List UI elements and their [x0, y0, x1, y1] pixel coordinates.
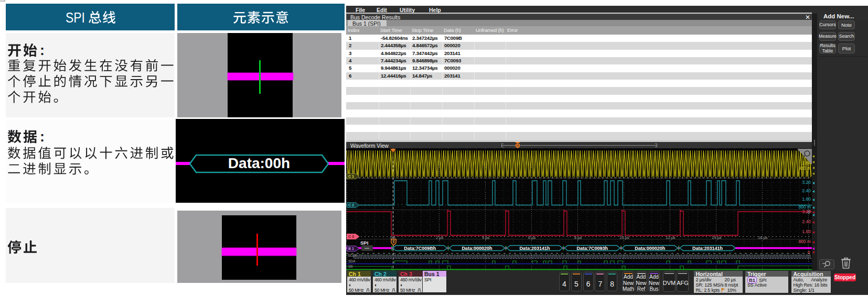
svg-text:T: T: [392, 239, 395, 244]
svg-text:Data:7C009Bh: Data:7C009Bh: [404, 246, 436, 251]
svg-text:Data:203141h: Data:203141h: [519, 246, 550, 251]
svg-text:C 3: C 3: [348, 235, 354, 238]
svg-text:Data:203141h: Data:203141h: [692, 246, 723, 251]
svg-text:C 2: C 2: [348, 203, 354, 207]
svg-text:U: U: [517, 144, 519, 147]
svg-text:Data:000020h: Data:000020h: [462, 246, 492, 251]
svg-text:B 1: B 1: [348, 247, 354, 250]
svg-text:Data:7C0093h: Data:7C0093h: [577, 246, 608, 251]
svg-text:C 1: C 1: [348, 174, 354, 178]
svg-text:Data:000020h: Data:000020h: [635, 246, 665, 251]
